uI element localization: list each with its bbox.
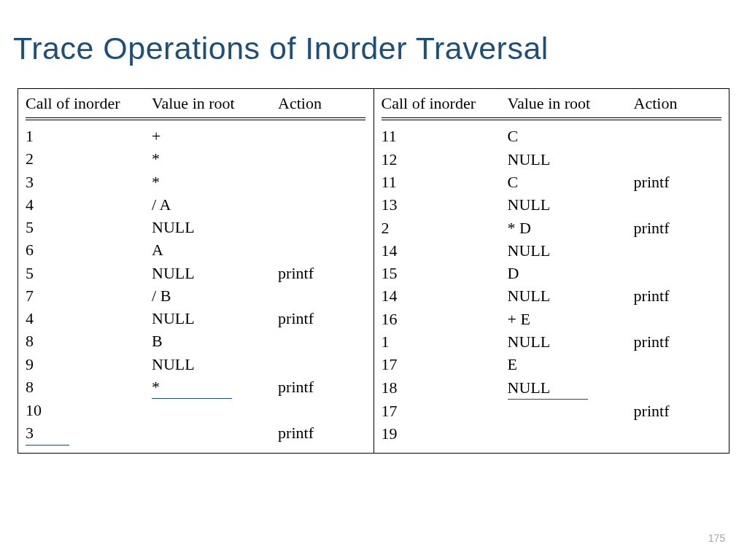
cell-value: + E xyxy=(508,308,634,330)
cell-call: 2 xyxy=(26,147,152,170)
cell-value: B xyxy=(152,330,278,352)
cell-value: D xyxy=(508,262,634,284)
cell-action xyxy=(634,422,721,445)
col-header-call: Call of inorder xyxy=(26,92,152,117)
cell-action: printf xyxy=(634,217,721,239)
cell-value: * xyxy=(152,147,278,170)
cell-call: 7 xyxy=(26,284,152,307)
cell-value: NULL xyxy=(508,193,634,216)
cell-call: 8 xyxy=(26,330,152,352)
cell-value xyxy=(152,421,278,445)
cell-action xyxy=(634,308,721,330)
cell-call: 14 xyxy=(382,239,508,262)
col-header-value: Value in root xyxy=(152,92,278,117)
cell-call: 15 xyxy=(382,262,508,284)
cell-call: 14 xyxy=(382,284,508,307)
cell-action xyxy=(278,330,365,352)
trace-table-right: Call of inorder Value in root Action 11C… xyxy=(374,89,729,453)
cell-action xyxy=(634,376,721,400)
cell-action xyxy=(634,125,721,147)
slide-title: Trace Operations of Inorder Traversal xyxy=(13,31,747,66)
cell-value: + xyxy=(152,125,278,147)
cell-action: printf xyxy=(634,171,721,193)
cell-value: NULL xyxy=(152,262,278,284)
cell-action: printf xyxy=(278,262,365,284)
header-divider xyxy=(382,117,721,120)
cell-value: * xyxy=(152,171,278,193)
cell-value: C xyxy=(508,171,634,193)
cell-call: 13 xyxy=(382,193,508,216)
cell-value xyxy=(152,399,278,421)
col-header-action: Action xyxy=(634,92,721,117)
cell-value: NULL xyxy=(508,330,634,353)
cell-action xyxy=(278,216,365,238)
cell-action xyxy=(634,193,721,216)
cell-call: 6 xyxy=(26,238,152,261)
cell-call: 1 xyxy=(382,330,508,353)
cell-action: printf xyxy=(278,307,365,330)
page-number: 175 xyxy=(708,532,725,544)
cell-action xyxy=(278,171,365,193)
cell-action: printf xyxy=(278,376,365,399)
cell-call: 3 xyxy=(26,171,152,193)
cell-call: 4 xyxy=(26,193,152,216)
cell-call: 8 xyxy=(26,376,152,399)
cell-call: 12 xyxy=(382,148,508,171)
cell-call: 10 xyxy=(26,399,152,421)
cell-value xyxy=(508,422,634,445)
col-header-action: Action xyxy=(278,92,365,117)
cell-call: 4 xyxy=(26,307,152,330)
cell-call: 3 xyxy=(26,421,152,445)
cell-call: 16 xyxy=(382,308,508,330)
cell-action xyxy=(634,148,721,171)
cell-action: printf xyxy=(634,284,721,307)
cell-value: / A xyxy=(152,193,278,216)
cell-action: printf xyxy=(634,400,721,422)
cell-value: C xyxy=(508,125,634,147)
cell-value: NULL xyxy=(508,284,634,307)
cell-action xyxy=(278,125,365,147)
cell-action xyxy=(278,353,365,376)
cell-value: NULL xyxy=(152,353,278,376)
cell-action: printf xyxy=(278,421,365,445)
cell-call: 9 xyxy=(26,353,152,376)
cell-action xyxy=(278,147,365,170)
cell-value: NULL xyxy=(508,376,634,400)
cell-action xyxy=(278,284,365,307)
cell-value: NULL xyxy=(508,239,634,262)
cell-call: 2 xyxy=(382,217,508,239)
cell-call: 11 xyxy=(382,171,508,193)
cell-action xyxy=(278,238,365,261)
cell-value xyxy=(508,400,634,422)
cell-value: NULL xyxy=(152,216,278,238)
cell-value: A xyxy=(152,238,278,261)
cell-value: * xyxy=(152,376,278,399)
cell-call: 1 xyxy=(26,125,152,147)
cell-call: 18 xyxy=(382,376,508,400)
cell-call: 11 xyxy=(382,125,508,147)
cell-value: / B xyxy=(152,284,278,307)
cell-call: 19 xyxy=(382,422,508,445)
trace-tables: Call of inorder Value in root Action 1+2… xyxy=(18,88,729,454)
cell-value: NULL xyxy=(152,307,278,330)
header-divider xyxy=(26,117,365,120)
trace-table-left: Call of inorder Value in root Action 1+2… xyxy=(18,89,374,453)
cell-call: 17 xyxy=(382,400,508,422)
cell-action xyxy=(634,353,721,376)
cell-action xyxy=(278,193,365,216)
cell-call: 5 xyxy=(26,262,152,284)
cell-value: E xyxy=(508,353,634,376)
cell-value: NULL xyxy=(508,148,634,171)
cell-action: printf xyxy=(634,330,721,353)
cell-action xyxy=(634,239,721,262)
cell-call: 17 xyxy=(382,353,508,376)
cell-action xyxy=(278,399,365,421)
col-header-value: Value in root xyxy=(508,92,634,117)
cell-call: 5 xyxy=(26,216,152,238)
cell-action xyxy=(634,262,721,284)
col-header-call: Call of inorder xyxy=(382,92,508,117)
cell-value: * D xyxy=(508,217,634,239)
